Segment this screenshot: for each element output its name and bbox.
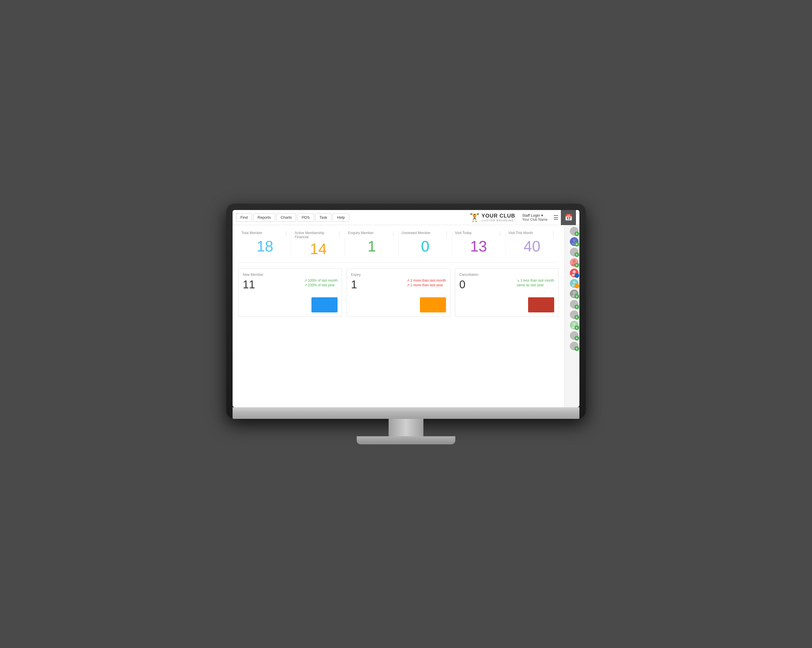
- svg-point-8: [573, 271, 575, 273]
- task-button[interactable]: Task: [315, 213, 332, 222]
- stat-label-visit-month: Visit This Month: [508, 231, 551, 235]
- svg-point-14: [573, 302, 575, 304]
- expiry-stat-year: ↗ 1 more than last year: [407, 283, 446, 287]
- expiry-color-block: [420, 297, 446, 312]
- cancellation-color-block: [528, 297, 554, 312]
- monitor-stand-neck: [389, 419, 423, 436]
- brand-name: YOUR CLUB: [481, 213, 515, 219]
- content-area: Total Member ⋮ 18 Active Membership Fina…: [233, 225, 564, 407]
- new-member-stats: ↗ 100% of last month ↗ 100% of last year: [304, 278, 338, 288]
- sidebar-user-12[interactable]: $: [566, 342, 578, 350]
- new-member-color-block: [311, 297, 337, 312]
- expiry-title: Expiry: [351, 273, 446, 277]
- svg-point-16: [573, 312, 575, 315]
- cancellation-stats: ↘ 1 less than last month same as last ye…: [516, 278, 554, 288]
- trend-up-red-icon-2: ↗: [407, 283, 409, 287]
- dollar-badge-12: $: [574, 346, 579, 351]
- main-area: Total Member ⋮ 18 Active Membership Fina…: [233, 225, 579, 407]
- sidebar-user-3[interactable]: $: [566, 248, 578, 257]
- dollar-badge-8: $: [574, 304, 579, 309]
- club-name: Your Club Name: [522, 217, 548, 222]
- dollar-badge-10: $: [574, 326, 579, 330]
- new-member-value: 11: [243, 278, 255, 291]
- screen: Find Reports Charts POS Task Help 🏋 YOUR…: [233, 210, 579, 407]
- stat-value-active: 14: [295, 241, 342, 257]
- svg-point-10: [573, 281, 575, 284]
- stat-menu-active[interactable]: ⋮: [337, 231, 342, 236]
- cancellation-card: Cancellation 0 ↘ 1 less than last month: [455, 268, 559, 317]
- calendar-button[interactable]: 📅: [561, 210, 576, 225]
- sidebar-user-11[interactable]: $: [566, 331, 578, 340]
- nav-buttons: Find Reports Charts POS Task Help: [236, 213, 349, 222]
- dollar-badge-1: $: [574, 231, 579, 236]
- right-sidebar: $ $ $: [564, 225, 579, 407]
- svg-point-22: [573, 344, 575, 346]
- cancellation-stat-year: same as last year: [516, 283, 554, 287]
- dollar-badge-2: $: [574, 242, 579, 246]
- stats-row: Total Member ⋮ 18 Active Membership Fina…: [238, 231, 559, 263]
- monitor-bezel: [233, 407, 579, 419]
- sidebar-user-2[interactable]: $: [566, 237, 578, 246]
- stat-menu-unviewed[interactable]: ⋮: [444, 231, 449, 236]
- stat-menu-enquiry[interactable]: ⋮: [391, 231, 395, 236]
- stat-value-visit-month: 40: [508, 239, 556, 254]
- dollar-badge-3: $: [574, 252, 579, 257]
- dollar-badge-9: $: [574, 315, 579, 319]
- svg-point-2: [573, 239, 575, 242]
- staff-login-button[interactable]: Staff Login ▾: [522, 213, 548, 217]
- svg-point-20: [573, 333, 575, 336]
- expiry-stat-month: ↗ 1 more than last month: [407, 278, 446, 283]
- svg-point-0: [573, 229, 575, 231]
- stat-total-member: Total Member ⋮ 18: [238, 231, 292, 257]
- sidebar-user-4[interactable]: $: [566, 258, 578, 267]
- expiry-value: 1: [351, 278, 357, 291]
- dollar-badge-7: $: [574, 294, 579, 299]
- sidebar-user-8[interactable]: $: [566, 300, 578, 309]
- monitor-container: Find Reports Charts POS Task Help 🏋 YOUR…: [226, 203, 586, 445]
- sidebar-user-6[interactable]: [566, 279, 578, 288]
- sidebar-user-10[interactable]: $: [566, 321, 578, 330]
- stat-menu-visit-month[interactable]: ⋮: [551, 231, 556, 236]
- trend-up-red-icon: ↗: [407, 278, 409, 283]
- staff-login-area: Staff Login ▾ Your Club Name: [522, 213, 548, 222]
- pos-button[interactable]: POS: [297, 213, 314, 222]
- stat-label-active: Active Membership Financial: [295, 231, 337, 239]
- stat-visit-today: Visit Today ⋮ 13: [452, 231, 505, 257]
- sidebar-user-1[interactable]: $: [566, 227, 578, 235]
- sidebar-user-5[interactable]: [566, 269, 578, 277]
- nav-brand: 🏋 YOUR CLUB Custom BRANDING Staff Login …: [470, 212, 559, 222]
- monitor-stand-base: [357, 436, 455, 445]
- stat-menu-total-member[interactable]: ⋮: [284, 231, 288, 236]
- svg-point-6: [573, 260, 575, 263]
- dollar-badge-4: $: [574, 263, 579, 267]
- blue-dot-5: [574, 273, 579, 278]
- charts-button[interactable]: Charts: [276, 213, 296, 222]
- help-button[interactable]: Help: [333, 213, 349, 222]
- expiry-card: Expiry 1 ↗ 1 more than last month ↗: [346, 268, 450, 317]
- stat-active-membership: Active Membership Financial ⋮ 14: [292, 231, 345, 257]
- stat-menu-visit-today[interactable]: ⋮: [498, 231, 502, 236]
- trend-up-icon: ↗: [304, 278, 307, 283]
- stat-visit-month: Visit This Month ⋮ 40: [505, 231, 559, 257]
- cancellation-title: Cancellation: [459, 273, 554, 277]
- cancellation-stat-month: ↘ 1 less than last month: [516, 278, 554, 283]
- hamburger-button[interactable]: ☰: [553, 214, 559, 221]
- sidebar-user-9[interactable]: $: [566, 310, 578, 319]
- stat-label-visit-today: Visit Today: [455, 231, 498, 235]
- stat-enquiry-member: Enquiry Member ⋮ 1: [345, 231, 398, 257]
- reports-button[interactable]: Reports: [253, 213, 275, 222]
- summary-cards: New Member 11 ↗ 100% of last month: [238, 268, 559, 317]
- sidebar-user-7[interactable]: $: [566, 289, 578, 298]
- new-member-stat-year: ↗ 100% of last year: [304, 283, 338, 287]
- stat-value-unviewed: 0: [401, 239, 449, 254]
- stat-label-total-member: Total Member: [241, 231, 284, 235]
- new-member-stat-month: ↗ 100% of last month: [304, 278, 338, 283]
- dollar-badge-11: $: [574, 336, 579, 341]
- top-nav: Find Reports Charts POS Task Help 🏋 YOUR…: [233, 210, 579, 225]
- dropdown-arrow-icon: ▾: [541, 213, 543, 217]
- svg-point-12: [573, 291, 575, 294]
- find-button[interactable]: Find: [236, 213, 252, 222]
- stat-value-enquiry: 1: [348, 239, 395, 254]
- stat-label-enquiry: Enquiry Member: [348, 231, 391, 235]
- cancellation-value: 0: [459, 278, 466, 291]
